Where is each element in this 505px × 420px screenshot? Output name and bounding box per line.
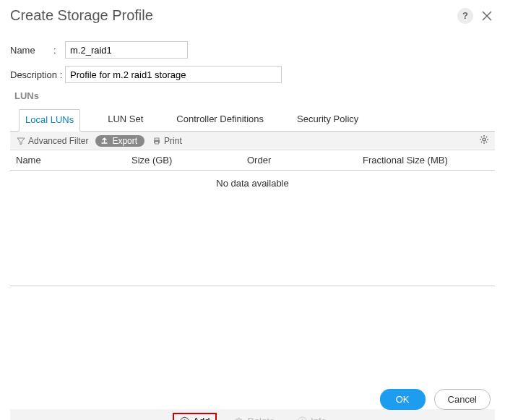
delete-label: Delete bbox=[247, 416, 275, 420]
tab-controller-definitions[interactable]: Controller Definitions bbox=[171, 109, 269, 132]
cancel-button[interactable]: Cancel bbox=[434, 389, 491, 410]
description-label: Description : bbox=[10, 69, 65, 80]
table-body: No data available bbox=[10, 171, 495, 286]
tab-lun-set[interactable]: LUN Set bbox=[102, 109, 149, 132]
colon: : bbox=[53, 45, 65, 56]
export-icon bbox=[100, 136, 109, 145]
name-input[interactable] bbox=[65, 41, 188, 59]
empty-message: No data available bbox=[216, 178, 288, 189]
tab-local-luns[interactable]: Local LUNs bbox=[19, 109, 80, 132]
luns-section-label: LUNs bbox=[14, 90, 495, 101]
plus-circle-icon bbox=[180, 416, 189, 420]
column-order[interactable]: Order bbox=[247, 155, 363, 166]
svg-point-5 bbox=[483, 138, 485, 141]
export-label: Export bbox=[112, 136, 137, 146]
close-button[interactable] bbox=[479, 8, 495, 24]
name-label: Name bbox=[10, 45, 53, 56]
advanced-filter-label: Advanced Filter bbox=[28, 136, 88, 146]
table-action-bar: Add Delete Info bbox=[10, 409, 495, 420]
luns-tabs: Local LUNs LUN Set Controller Definition… bbox=[10, 108, 495, 132]
description-input[interactable] bbox=[65, 66, 282, 83]
add-button[interactable]: Add bbox=[173, 413, 217, 420]
close-icon bbox=[480, 9, 493, 22]
description-row: Description : bbox=[10, 66, 495, 83]
print-icon bbox=[152, 136, 161, 145]
table-settings-button[interactable] bbox=[479, 134, 489, 147]
export-button[interactable]: Export bbox=[95, 135, 144, 147]
ok-button[interactable]: OK bbox=[380, 389, 426, 410]
title-bar: Create Storage Profile ? bbox=[0, 0, 505, 27]
column-size[interactable]: Size (GB) bbox=[131, 155, 247, 166]
print-button[interactable]: Print bbox=[152, 136, 182, 146]
column-fractional-size[interactable]: Fractional Size (MB) bbox=[363, 155, 489, 166]
table-header: Name Size (GB) Order Fractional Size (MB… bbox=[10, 150, 495, 171]
advanced-filter-button[interactable]: Advanced Filter bbox=[16, 136, 88, 146]
trash-icon bbox=[234, 416, 243, 420]
create-storage-profile-dialog: Create Storage Profile ? Name : Descript… bbox=[0, 0, 505, 420]
print-label: Print bbox=[164, 136, 182, 146]
dialog-footer: OK Cancel bbox=[380, 389, 491, 410]
add-label: Add bbox=[193, 416, 210, 420]
dialog-title: Create Storage Profile bbox=[10, 7, 457, 24]
luns-content: Local LUNs LUN Set Controller Definition… bbox=[0, 108, 505, 420]
info-label: Info bbox=[311, 416, 327, 420]
name-row: Name : bbox=[10, 41, 495, 59]
help-button[interactable]: ? bbox=[457, 8, 473, 24]
filter-icon bbox=[16, 136, 25, 145]
form-area: Name : Description : LUNs bbox=[0, 27, 505, 101]
tab-security-policy[interactable]: Security Policy bbox=[291, 109, 364, 132]
column-name[interactable]: Name bbox=[16, 155, 131, 166]
svg-rect-4 bbox=[155, 142, 158, 144]
info-button: Info bbox=[292, 413, 332, 420]
svg-rect-2 bbox=[155, 138, 159, 140]
gear-icon bbox=[479, 134, 489, 145]
info-icon bbox=[298, 416, 307, 420]
table-toolbar: Advanced Filter Export Print bbox=[10, 132, 495, 150]
delete-button: Delete bbox=[228, 413, 280, 420]
